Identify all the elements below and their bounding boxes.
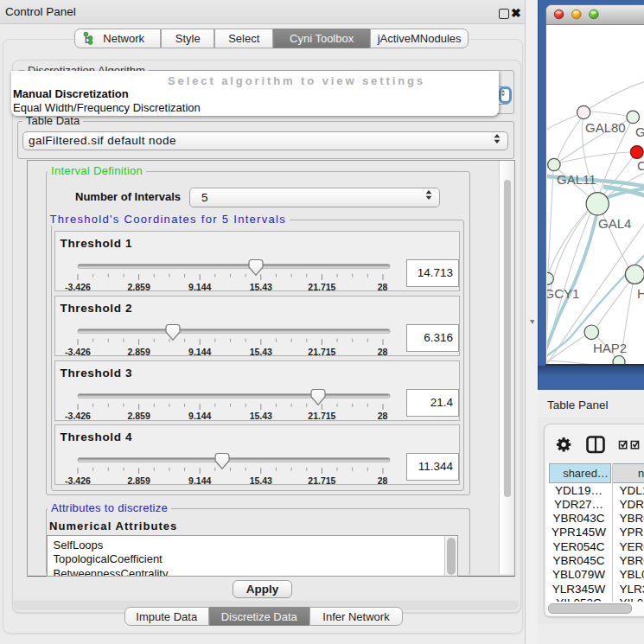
svg-text:HIS: HIS <box>637 286 644 301</box>
svg-text:GCY1: GCY1 <box>547 286 579 301</box>
svg-text:GAL80: GAL80 <box>585 120 626 135</box>
svg-text:CY: CY <box>637 158 644 173</box>
svg-text:GAL11: GAL11 <box>557 172 596 187</box>
svg-text:HAP2: HAP2 <box>593 341 627 355</box>
svg-text:GAL: GAL <box>635 124 644 139</box>
svg-text:GAL4: GAL4 <box>598 216 631 231</box>
